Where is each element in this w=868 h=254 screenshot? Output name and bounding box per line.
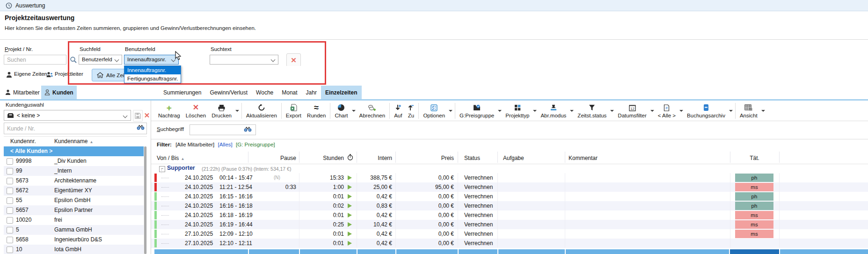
tab-projektleiter[interactable]: Projektleiter bbox=[55, 71, 83, 77]
customer-row[interactable]: 5 Gamma GmbH bbox=[4, 225, 144, 235]
customer-filter-input[interactable] bbox=[4, 123, 147, 134]
analysis-tab[interactable]: Summierungen bbox=[159, 86, 205, 99]
time-entry-row[interactable]: 24.10.2025 16:18 - 16:19 0:01 0,42 € 0,0… bbox=[151, 210, 868, 220]
time-entry-row[interactable]: 24.10.2025 11:21 - 12:54 0:33 1:00 25,00… bbox=[151, 182, 868, 192]
tab-mitarbeiter[interactable]: Mitarbeiter bbox=[2, 86, 43, 99]
benutzerfeld-combobox[interactable]: Innenauftragsnr. bbox=[124, 55, 179, 65]
customer-checkbox[interactable] bbox=[7, 227, 13, 233]
all-customers-row[interactable]: < Alle Kunden > bbox=[4, 146, 144, 156]
time-entry-row[interactable]: 24.10.2025 16:15 - 16:16 0:01 0,42 € 0,0… bbox=[151, 192, 868, 201]
buchungsarchiv-dropdown-caret[interactable] bbox=[728, 102, 734, 120]
suchfeld-combobox[interactable]: Benutzerfeld bbox=[79, 55, 122, 65]
chart-dropdown-caret[interactable] bbox=[351, 102, 357, 120]
customer-checkbox[interactable] bbox=[7, 237, 13, 243]
column-preis[interactable]: Preis bbox=[413, 153, 454, 163]
customer-checkbox[interactable] bbox=[7, 158, 13, 165]
analysis-tab[interactable]: Einzelzeiten bbox=[321, 86, 362, 99]
customer-row[interactable]: 99 _Intern bbox=[4, 166, 144, 176]
customer-row[interactable]: 5657 Epsilon Partner bbox=[4, 205, 144, 215]
analysis-tab[interactable]: Woche bbox=[252, 86, 277, 99]
aktualisieren-button[interactable]: Aktualisieren bbox=[243, 101, 280, 121]
optionen-dropdown-caret[interactable] bbox=[448, 102, 453, 120]
selected-row-bar[interactable] bbox=[154, 249, 868, 254]
save-preset-button[interactable] bbox=[133, 110, 143, 122]
customer-checkbox[interactable] bbox=[7, 207, 13, 214]
dropdown-option[interactable]: Fertigungsauftragsnr. bbox=[124, 74, 181, 83]
optionen-button[interactable]: Optionen bbox=[420, 101, 448, 121]
column-status[interactable]: Status bbox=[464, 153, 480, 163]
export-button[interactable]: Export bbox=[283, 101, 304, 121]
abrmodus-dropdown-caret[interactable] bbox=[569, 102, 575, 120]
drucken-dropdown-caret[interactable] bbox=[234, 102, 240, 120]
customer-checkbox[interactable] bbox=[7, 217, 13, 224]
customer-row[interactable]: 10020 frei bbox=[4, 215, 144, 225]
datumsfilter-dropdown-caret[interactable] bbox=[649, 102, 655, 120]
customer-checkbox[interactable] bbox=[7, 168, 13, 174]
ansicht-button[interactable]: Ansicht bbox=[737, 101, 760, 121]
suchtext-combobox[interactable] bbox=[210, 55, 278, 65]
group-row-supporter[interactable]: − Supporter (21:22h) (Pause 0:37h) (Inte… bbox=[151, 164, 868, 173]
ansicht-dropdown-caret[interactable] bbox=[760, 102, 766, 120]
abrmodus-button[interactable]: Abr.modus bbox=[538, 101, 569, 121]
chart-button[interactable]: Chart bbox=[332, 101, 350, 121]
alle-filter-button[interactable]: # < Alle > bbox=[655, 101, 678, 121]
column-kommentar[interactable]: Kommentar bbox=[569, 153, 598, 163]
tab-eigene-zeiten[interactable]: Eigene Zeiten bbox=[14, 71, 47, 77]
customer-row[interactable]: 5672 Eigentümer XY bbox=[4, 186, 144, 196]
analysis-tab[interactable]: Jahr bbox=[302, 86, 321, 99]
zeitstatus-dropdown-caret[interactable] bbox=[609, 102, 615, 120]
customer-checkbox[interactable] bbox=[7, 188, 13, 194]
tab-kunden[interactable]: Kunden bbox=[41, 86, 77, 99]
column-taet[interactable]: Tät. bbox=[730, 153, 779, 163]
clear-search-button[interactable]: ✕ bbox=[286, 53, 301, 67]
analysis-tab[interactable]: Monat bbox=[277, 86, 301, 99]
nachtrag-button[interactable]: +Nachtrag bbox=[155, 101, 183, 121]
column-aufgabe[interactable]: Aufgabe bbox=[503, 153, 524, 163]
zeitstatus-button[interactable]: Zeitst.status bbox=[575, 101, 609, 121]
customer-checkbox[interactable] bbox=[7, 178, 13, 184]
column-intern[interactable]: Intern bbox=[357, 153, 392, 163]
preisgruppe-dropdown-caret[interactable] bbox=[497, 102, 503, 120]
svg-text:12: 12 bbox=[630, 106, 634, 110]
customer-checkbox[interactable] bbox=[7, 197, 13, 204]
buchungsarchiv-button[interactable]: Buchungsarchiv bbox=[684, 101, 728, 121]
time-entry-row[interactable]: 27.10.2025 12:09 - 12:10 0:01 0,42 € 0,0… bbox=[151, 229, 868, 239]
search-button[interactable] bbox=[69, 55, 78, 65]
time-entry-row[interactable]: 24.10.2025 16:16 - 16:18 0:02 0,83 € 0,0… bbox=[151, 201, 868, 210]
auf-button[interactable]: Auf bbox=[391, 101, 405, 121]
column-stunden[interactable]: Stunden bbox=[306, 153, 344, 163]
customer-checkbox[interactable] bbox=[7, 247, 13, 253]
customer-row[interactable]: 99998 _Div Kunden bbox=[4, 156, 144, 166]
time-entry-row[interactable]: 24.10.2025 16:19 - 16:44 0:25 10,42 € 0,… bbox=[151, 220, 868, 229]
column-kundennr[interactable]: Kundennr. bbox=[10, 138, 36, 145]
customer-row[interactable]: 55 Epsilon GmbH bbox=[4, 196, 144, 205]
projekttyp-button[interactable]: Projekttyp bbox=[503, 101, 532, 121]
column-von-bis[interactable]: Von / Bis▲ bbox=[157, 153, 184, 164]
abrechnen-button[interactable]: Abrechnen bbox=[357, 101, 388, 121]
customer-row[interactable]: 10 Iota GmbH bbox=[4, 245, 144, 254]
customer-list-scrollbar[interactable] bbox=[144, 146, 147, 254]
expand-icon bbox=[395, 103, 401, 112]
column-pause[interactable]: Pause bbox=[259, 153, 296, 163]
filter-employees: [Alle Mitarbeiter] bbox=[175, 142, 214, 147]
dropdown-option[interactable]: Innenauftragsnr. bbox=[124, 66, 181, 74]
time-entry-row[interactable]: 27.10.2025 12:10 - 12:11 0:01 0,42 € 0,0… bbox=[151, 239, 868, 248]
clear-preset-button[interactable]: ✕ bbox=[143, 110, 151, 121]
analysis-tab[interactable]: Gewinn/Verlust bbox=[205, 86, 252, 99]
customer-row[interactable]: 5658 Ingenieurbüro D&S bbox=[4, 235, 144, 245]
drucken-button[interactable]: Drucken bbox=[209, 101, 234, 121]
runden-button[interactable]: ≈Runden bbox=[304, 101, 328, 121]
loeschen-button[interactable]: ✕Löschen bbox=[183, 101, 209, 121]
projekttyp-dropdown-caret[interactable] bbox=[532, 102, 538, 120]
collapse-toggle-icon[interactable]: − bbox=[159, 166, 165, 172]
customer-row[interactable]: 5673 Architektenname bbox=[4, 176, 144, 186]
zu-button[interactable]: Zu bbox=[405, 101, 417, 121]
column-kundenname[interactable]: Kundenname▲ bbox=[54, 138, 93, 145]
datumsfilter-button[interactable]: 12 Datumsfilter bbox=[615, 101, 649, 121]
time-entry-row[interactable]: 24.10.2025 00:14 - 15:47 (N) 15:33 388,7… bbox=[151, 173, 868, 182]
scrollbar-thumb[interactable] bbox=[144, 146, 146, 254]
customer-preset-combobox[interactable]: < keine > bbox=[4, 110, 131, 121]
preisgruppe-button[interactable]: G:Preisgruppe bbox=[457, 101, 497, 121]
project-search-input[interactable] bbox=[4, 55, 66, 65]
alle-dropdown-caret[interactable] bbox=[678, 102, 684, 120]
